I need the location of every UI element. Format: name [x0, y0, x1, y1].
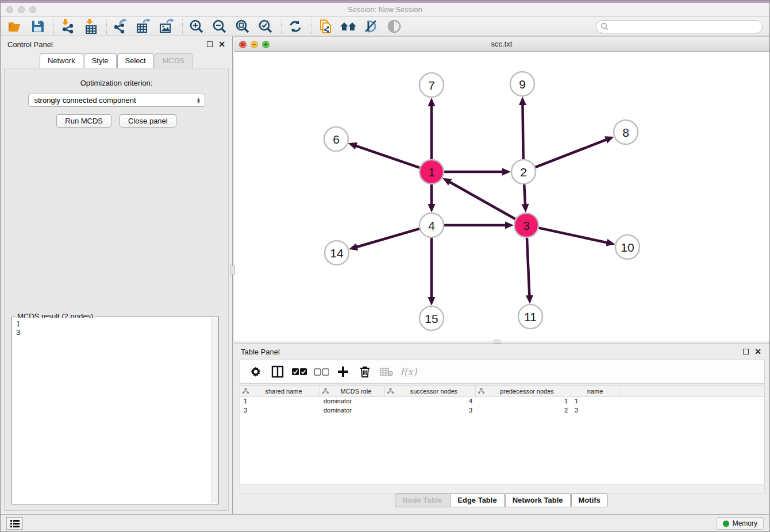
delete-table-icon[interactable] — [378, 363, 395, 380]
clone-network-icon[interactable] — [317, 18, 334, 34]
tab-motifs[interactable]: Motifs — [571, 494, 608, 507]
select-stepper-icon: ▲▼ — [197, 98, 201, 103]
cell-name: 3 — [571, 406, 619, 415]
export-network-icon[interactable] — [112, 18, 129, 34]
arrowhead-3-11 — [526, 295, 533, 304]
close-table-panel-icon[interactable]: ✕ — [754, 349, 761, 354]
save-session-icon[interactable] — [29, 18, 47, 34]
arrowhead-3-10 — [606, 239, 615, 246]
close-panel-icon[interactable]: ✕ — [218, 41, 225, 47]
result-scrollbar[interactable] — [211, 318, 218, 503]
export-image-icon[interactable] — [158, 18, 175, 34]
network-graph[interactable]: 7968124314101511 — [234, 52, 770, 341]
float-panel-icon[interactable] — [207, 41, 213, 47]
table-panel-header: Table Panel ✕ — [234, 344, 769, 359]
edge-2-9[interactable] — [522, 104, 523, 159]
cell-MCDS-role: dominator — [320, 397, 385, 406]
import-table-icon[interactable] — [82, 18, 99, 34]
run-mcds-button[interactable]: Run MCDS — [56, 114, 111, 128]
node-label-10: 10 — [621, 241, 634, 254]
edge-3-10[interactable] — [539, 228, 608, 243]
tab-style[interactable]: Style — [84, 53, 117, 68]
selected-criterion: strongly connected component — [34, 96, 197, 105]
mcds-panel: Optimization criterion: strongly connect… — [4, 68, 229, 511]
open-session-icon[interactable] — [6, 18, 24, 34]
cell-MCDS-role: dominator — [320, 406, 385, 415]
memory-button[interactable]: Memory — [717, 517, 764, 530]
node-label-6: 6 — [333, 133, 340, 146]
tab-select[interactable]: Select — [117, 53, 154, 68]
split-columns-icon[interactable] — [269, 363, 286, 380]
zoom-selected-icon[interactable] — [257, 18, 274, 34]
edge-3-1[interactable] — [449, 182, 515, 219]
column-header-successor-nodes[interactable]: successor nodes — [385, 386, 476, 396]
cell-predecessor-nodes: 2 — [476, 406, 571, 415]
column-header-predecessor-nodes[interactable]: predecessor nodes — [476, 386, 571, 396]
deselect-all-icon[interactable] — [313, 363, 330, 380]
main-toolbar — [1, 17, 769, 36]
arrowhead-4-14 — [349, 243, 358, 250]
graphics-details-icon[interactable] — [386, 18, 403, 34]
edge-4-14[interactable] — [356, 229, 419, 247]
node-label-3: 3 — [523, 219, 530, 232]
edge-2-8[interactable] — [536, 140, 607, 167]
column-header-MCDS-role[interactable]: MCDS role — [320, 386, 385, 396]
edge-2-3[interactable] — [524, 184, 525, 205]
zoom-out-icon[interactable] — [211, 18, 228, 34]
close-panel-button[interactable]: Close panel — [120, 114, 176, 128]
tab-mcds[interactable]: MCDS — [155, 53, 192, 68]
node-label-4: 4 — [428, 219, 435, 232]
table-row[interactable]: 1dominator411 — [240, 397, 764, 406]
network-canvas[interactable]: 7968124314101511 — [234, 52, 769, 341]
zoom-in-icon[interactable] — [188, 18, 205, 34]
gear-icon[interactable] — [247, 363, 264, 380]
optimization-criterion-select[interactable]: strongly connected component ▲▼ — [28, 94, 205, 107]
sort-tree-icon — [242, 388, 249, 394]
first-neighbors-icon[interactable] — [340, 18, 357, 34]
function-builder-icon[interactable]: f(x) — [400, 363, 417, 380]
memory-label: Memory — [733, 519, 757, 527]
search-input[interactable] — [609, 21, 762, 32]
memory-status-icon — [723, 521, 729, 527]
vertical-splitter-handle[interactable] — [230, 265, 235, 275]
zoom-fit-icon[interactable] — [234, 18, 251, 34]
tab-network[interactable]: Network — [40, 53, 83, 68]
edge-3-11[interactable] — [527, 238, 529, 296]
hide-selected-icon[interactable] — [363, 18, 380, 34]
control-panel-tabs: NetworkStyleSelectMCDS — [1, 53, 232, 68]
cell-name: 1 — [571, 397, 619, 406]
tab-node-table[interactable]: Node Table — [395, 494, 449, 507]
select-all-icon[interactable] — [291, 363, 308, 380]
tab-edge-table[interactable]: Edge Table — [450, 494, 504, 507]
task-history-button[interactable] — [6, 517, 23, 530]
edge-1-6[interactable] — [355, 145, 419, 167]
apply-layout-icon[interactable] — [287, 18, 304, 34]
arrowhead-1-6 — [348, 142, 357, 149]
control-panel-header: Control Panel ✕ — [1, 36, 232, 52]
node-label-1: 1 — [428, 165, 435, 179]
cell-predecessor-nodes: 1 — [476, 397, 571, 406]
search-icon — [600, 22, 609, 30]
column-header-shared-name[interactable]: shared name — [240, 386, 320, 396]
arrowhead-1-4 — [428, 204, 436, 213]
status-bar: Memory — [1, 514, 769, 531]
node-table[interactable]: shared nameMCDS rolesuccessor nodesprede… — [240, 385, 765, 484]
table-scrollbar[interactable] — [240, 485, 765, 494]
delete-rows-icon[interactable] — [356, 363, 374, 380]
horizontal-splitter-handle[interactable] — [494, 340, 500, 344]
tab-network-table[interactable]: Network Table — [505, 494, 571, 507]
import-network-icon[interactable] — [59, 18, 76, 34]
export-table-icon[interactable] — [135, 18, 152, 34]
add-row-icon[interactable] — [334, 363, 352, 380]
task-list-icon — [10, 520, 20, 527]
optimization-criterion-label: Optimization criterion: — [5, 79, 228, 87]
column-header-name[interactable]: name — [571, 386, 619, 396]
search-box[interactable] — [596, 20, 763, 33]
toolbar-separator — [53, 19, 54, 34]
control-panel: Control Panel ✕ NetworkStyleSelectMCDS O… — [1, 36, 233, 514]
table-row[interactable]: 3dominator323 — [240, 406, 764, 415]
float-table-panel-icon[interactable] — [743, 349, 749, 354]
cell-shared-name: 3 — [240, 406, 320, 415]
network-view-window: ✕ − + scc.txt 7968124314101511 — [234, 36, 769, 341]
table-toolbar: f(x) — [240, 360, 765, 384]
